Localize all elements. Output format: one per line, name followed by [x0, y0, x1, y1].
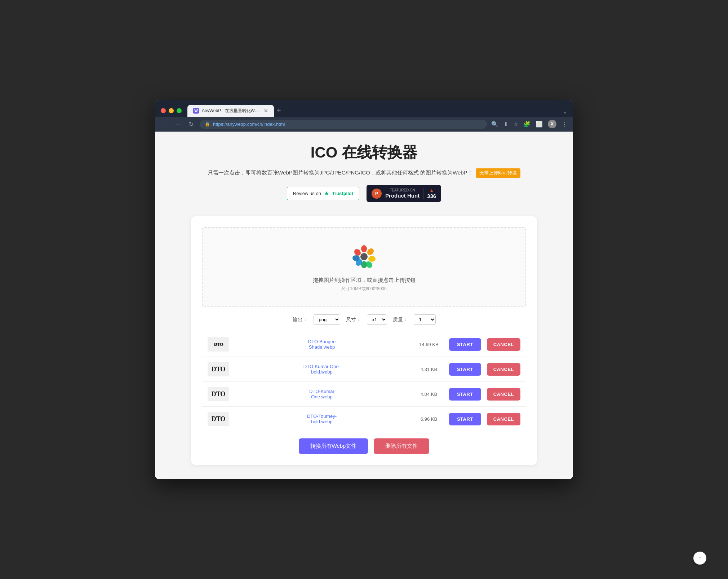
tab-close-icon[interactable]: ✕ [264, 108, 268, 114]
file-size: 6.96 KB [414, 416, 443, 422]
split-view-icon[interactable]: ⬜ [536, 121, 543, 128]
tab-favicon: W [193, 108, 199, 114]
drop-icon [350, 242, 378, 271]
new-tab-button[interactable]: + [277, 106, 281, 117]
share-icon[interactable]: ⬆ [503, 121, 508, 128]
trustpilot-label: Review us on [293, 191, 321, 196]
size-select[interactable]: x1 x2 [367, 314, 387, 325]
svg-point-2 [368, 256, 376, 262]
toolbar-icons: 🔍 ⬆ ☆ 🧩 ⬜ X ⋮ [491, 120, 567, 128]
producthunt-count: ▲ 336 [423, 188, 436, 199]
output-label: 输出： [293, 317, 308, 323]
tab-title: AnyWebP - 在线批量转化WebP... [202, 108, 259, 114]
active-tab[interactable]: W AnyWebP - 在线批量转化WebP... ✕ [187, 105, 274, 117]
svg-point-0 [361, 245, 367, 252]
file-thumbnail: DTO [208, 337, 229, 352]
cancel-button[interactable]: CANCEL [487, 413, 520, 425]
upload-badge: 无需上传即可转换 [476, 168, 520, 178]
start-button[interactable]: START [449, 363, 481, 376]
x-button[interactable]: X [548, 120, 556, 128]
table-row: DTO DTO-KumarOne.webp 4.04 KB START CANC… [202, 382, 526, 407]
drop-hint: 尺寸10MB或8000*8000 [217, 286, 511, 292]
file-name: DTO-BungeeShade.webp [235, 339, 409, 350]
file-name: DTO-Tourney-bold.webp [235, 414, 409, 424]
traffic-lights [161, 108, 182, 113]
producthunt-text: FEATURED ON Product Hunt [385, 188, 420, 199]
file-thumbnail: DTO [208, 362, 229, 376]
producthunt-logo: P [372, 189, 382, 199]
table-row: DTO DTO-BungeeShade.webp 14.69 KB START … [202, 332, 526, 357]
badges-row: Review us on ★ Trustpilot P FEATURED ON … [162, 185, 566, 202]
url-bar[interactable]: 🔒 https://anywebp.com/ch/index.html [200, 120, 487, 129]
page-subtitle: 只需一次点击，即可将数百张WebP图片转换为JPG/JPEG/PNG/ICO，或… [162, 168, 566, 178]
file-thumbnail: DTO [208, 387, 229, 401]
back-button[interactable]: ← [161, 120, 169, 128]
reload-button[interactable]: ↻ [187, 120, 195, 128]
file-size: 14.69 KB [414, 342, 443, 347]
trustpilot-star-icon: ★ [324, 190, 329, 197]
minimize-button[interactable] [169, 108, 174, 113]
address-bar: ← → ↻ 🔒 https://anywebp.com/ch/index.htm… [155, 117, 573, 132]
bookmark-icon[interactable]: ☆ [513, 121, 518, 128]
flower-icon [350, 242, 378, 271]
table-row: DTO DTO-Tourney-bold.webp 6.96 KB START … [202, 407, 526, 431]
file-name: DTO-Kumar One-bold.webp [235, 364, 409, 375]
file-list: DTO DTO-BungeeShade.webp 14.69 KB START … [202, 332, 526, 431]
start-button[interactable]: START [449, 388, 481, 401]
browser-window: W AnyWebP - 在线批量转化WebP... ✕ + ⌄ ← → ↻ 🔒 … [155, 100, 573, 479]
file-name: DTO-KumarOne.webp [235, 389, 409, 399]
cancel-button[interactable]: CANCEL [487, 338, 520, 351]
forward-button[interactable]: → [174, 120, 182, 128]
page-title: ICO 在线转换器 [162, 142, 566, 163]
svg-point-1 [366, 247, 375, 256]
drop-text: 拖拽图片到操作区域，或直接点击上传按钮 [217, 277, 511, 284]
cancel-button[interactable]: CANCEL [487, 363, 520, 376]
search-icon[interactable]: 🔍 [491, 121, 498, 128]
cancel-button[interactable]: CANCEL [487, 388, 520, 401]
output-select[interactable]: png jpg ico webp [314, 314, 340, 325]
menu-icon[interactable]: ⋮ [561, 121, 567, 128]
lock-icon: 🔒 [205, 121, 210, 127]
producthunt-arrow-icon: ▲ [430, 188, 434, 193]
browser-chrome: W AnyWebP - 在线批量转化WebP... ✕ + ⌄ ← → ↻ 🔒 … [155, 100, 573, 132]
drop-zone[interactable]: 拖拽图片到操作区域，或直接点击上传按钮 尺寸10MB或8000*8000 [202, 227, 526, 307]
bottom-buttons: 转换所有Webp文件 删除所有文件 [202, 438, 526, 454]
svg-point-6 [352, 255, 360, 261]
file-size: 4.31 KB [414, 367, 443, 372]
file-thumbnail: DTO [208, 412, 229, 426]
quality-select[interactable]: 1 0.8 0.6 [414, 314, 436, 325]
trustpilot-badge[interactable]: Review us on ★ Trustpilot [287, 187, 359, 200]
tab-dropdown-icon[interactable]: ⌄ [563, 109, 567, 117]
table-row: DTO DTO-Kumar One-bold.webp 4.31 KB STAR… [202, 357, 526, 382]
close-button[interactable] [161, 108, 166, 113]
tab-bar: W AnyWebP - 在线批量转化WebP... ✕ + ⌄ [187, 105, 567, 117]
url-text: https://anywebp.com/ch/index.html [213, 121, 285, 127]
start-button[interactable]: START [449, 338, 481, 351]
options-row: 输出： png jpg ico webp 尺寸： x1 x2 质量： 1 0.8… [202, 314, 526, 325]
svg-point-8 [360, 253, 368, 260]
quality-label: 质量： [393, 317, 408, 323]
file-size: 4.04 KB [414, 392, 443, 397]
trustpilot-brand: Trustpilot [332, 191, 353, 196]
maximize-button[interactable] [177, 108, 182, 113]
convert-all-button[interactable]: 转换所有Webp文件 [299, 438, 368, 454]
producthunt-badge[interactable]: P FEATURED ON Product Hunt ▲ 336 [367, 185, 441, 202]
page-header: ICO 在线转换器 只需一次点击，即可将数百张WebP图片转换为JPG/JPEG… [155, 132, 573, 217]
size-label: 尺寸： [346, 317, 361, 323]
main-card: 拖拽图片到操作区域，或直接点击上传按钮 尺寸10MB或8000*8000 输出：… [191, 216, 537, 465]
page-content: ICO 在线转换器 只需一次点击，即可将数百张WebP图片转换为JPG/JPEG… [155, 132, 573, 479]
start-button[interactable]: START [449, 413, 481, 425]
extensions-icon[interactable]: 🧩 [523, 121, 531, 128]
delete-all-button[interactable]: 删除所有文件 [374, 438, 429, 454]
